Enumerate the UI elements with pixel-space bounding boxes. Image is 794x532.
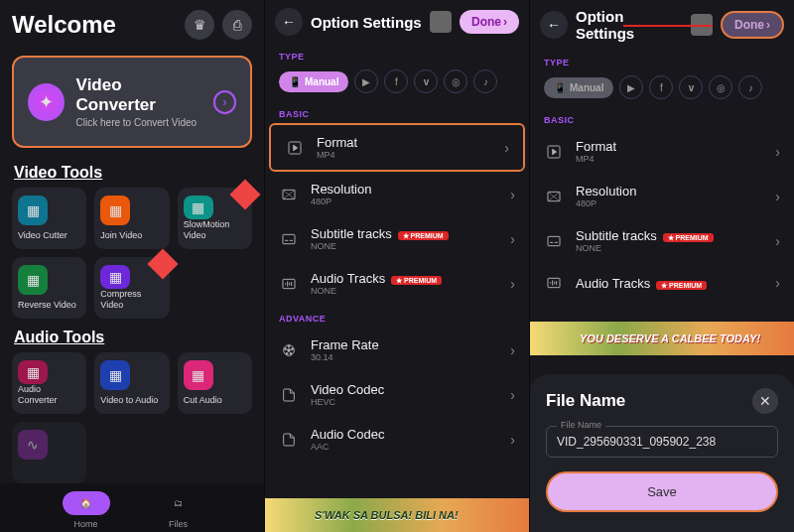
setting-resolution[interactable]: Resolution480P› (530, 174, 794, 218)
setting-icon (279, 430, 299, 450)
video-tools-heading: Video Tools (0, 154, 264, 188)
setting-icon (279, 274, 299, 294)
svg-point-9 (288, 345, 290, 347)
done-button[interactable]: Done› (721, 11, 784, 39)
tool-cut-audio[interactable]: ▦Cut Audio (178, 352, 252, 414)
tool-reverse-video[interactable]: ▦Reverse Video (12, 257, 86, 319)
tiktok-icon[interactable]: ♪ (473, 69, 497, 93)
setting-audio-tracks[interactable]: Audio Tracks★ PREMIUMNONE› (265, 261, 529, 306)
manual-pill[interactable]: 📱 Manual (279, 71, 348, 92)
instagram-icon[interactable]: ◎ (444, 69, 467, 93)
phone-icon[interactable]: ⎙ (222, 10, 252, 40)
tool-icon: ▦ (100, 196, 130, 225)
setting-subtitle-tracks[interactable]: Subtitle tracks★ PREMIUMNONE› (265, 216, 529, 261)
nav-home[interactable]: 🏠 Home (63, 491, 110, 529)
setting-icon (544, 187, 564, 206)
video-thumbnail[interactable] (430, 11, 452, 33)
setting-icon (279, 185, 299, 204)
svg-point-8 (288, 348, 291, 351)
tool-icon: ▦ (184, 196, 213, 219)
ad-banner[interactable]: REMOVE AD S'WAK SA BULSA! BILI NA! (265, 498, 529, 532)
tool-icon: ▦ (100, 360, 130, 390)
svg-point-13 (285, 347, 287, 349)
tool-icon: ▦ (184, 360, 213, 390)
svg-marker-1 (294, 145, 298, 150)
chevron-right-icon: › (504, 140, 509, 156)
type-label: TYPE (530, 50, 794, 71)
tool-join-video[interactable]: ▦Join Video (94, 188, 169, 249)
setting-format[interactable]: FormatMP4› (269, 123, 525, 172)
chevron-right-icon: › (510, 231, 515, 247)
svg-rect-20 (548, 278, 560, 287)
svg-rect-6 (283, 279, 295, 288)
back-button[interactable]: ← (540, 11, 568, 39)
hero-title: Video Converter (76, 75, 201, 115)
setting-resolution[interactable]: Resolution480P› (265, 172, 529, 216)
page-title: Option Settings (576, 8, 683, 42)
manual-pill[interactable]: 📱 Manual (544, 77, 613, 98)
done-button[interactable]: Done› (460, 10, 519, 34)
vimeo-icon[interactable]: v (414, 69, 438, 93)
setting-icon (544, 273, 564, 293)
tool-video-to-audio[interactable]: ▦Video to Audio (94, 352, 169, 414)
setting-icon (279, 340, 299, 360)
back-button[interactable]: ← (275, 8, 303, 36)
crown-icon[interactable]: ♛ (185, 10, 214, 40)
setting-audio-codec[interactable]: Audio CodecAAC› (265, 417, 529, 462)
tool-audio-converter[interactable]: ▦Audio Converter (12, 352, 86, 414)
facebook-icon[interactable]: f (649, 75, 673, 99)
welcome-title: Welcome (12, 11, 177, 39)
nav-files[interactable]: 🗂 Files (155, 491, 202, 529)
setting-icon (544, 231, 564, 251)
chevron-right-icon: › (775, 275, 780, 291)
chevron-right-icon: › (775, 189, 780, 204)
setting-format[interactable]: FormatMP4› (530, 129, 794, 174)
setting-icon (544, 142, 564, 162)
setting-video-codec[interactable]: Video CodecHEVC› (265, 372, 529, 417)
svg-point-11 (290, 352, 292, 354)
instagram-icon[interactable]: ◎ (709, 75, 732, 99)
setting-frame-rate[interactable]: Frame Rate30.14› (265, 328, 529, 372)
youtube-icon[interactable]: ▶ (354, 69, 378, 93)
tool-slowmotion-video[interactable]: ▦SlowMotion Video (178, 188, 252, 249)
basic-label: BASIC (530, 107, 794, 129)
tool-icon: ▦ (18, 360, 48, 384)
chevron-right-icon: › (510, 342, 515, 358)
tiktok-icon[interactable]: ♪ (738, 75, 762, 99)
advance-label: ADVANCE (265, 306, 529, 328)
chevron-right-icon: › (510, 187, 515, 202)
setting-icon (279, 229, 299, 249)
facebook-icon[interactable]: f (384, 69, 408, 93)
basic-label: BASIC (265, 101, 529, 123)
setting-icon (285, 138, 305, 158)
setting-audio-tracks[interactable]: Audio Tracks★ PREMIUM› (530, 263, 794, 303)
tool-icon: ▦ (18, 196, 48, 225)
tool-video-cutter[interactable]: ▦Video Cutter (12, 188, 86, 249)
svg-rect-3 (283, 234, 295, 243)
filename-field[interactable]: File Name VID_295690331_095902_238 (546, 426, 778, 458)
page-title: Option Settings (311, 14, 422, 31)
youtube-icon[interactable]: ▶ (619, 75, 643, 99)
tool-compress-video[interactable]: ▦Compress Video (94, 257, 169, 319)
hero-subtitle: Click here to Convert Video (76, 117, 201, 128)
video-converter-hero[interactable]: ✦ Video Converter Click here to Convert … (12, 56, 252, 148)
file-name-modal: File Name ✕ File Name VID_295690331_0959… (530, 374, 794, 532)
chevron-right-icon: › (510, 432, 515, 448)
chevron-right-icon: › (775, 233, 780, 249)
chevron-right-icon: › (510, 276, 515, 292)
chevron-right-icon: › (510, 387, 515, 403)
setting-subtitle-tracks[interactable]: Subtitle tracks★ PREMIUMNONE› (530, 218, 794, 263)
type-label: TYPE (265, 44, 529, 66)
modal-title: File Name (546, 391, 625, 411)
vimeo-icon[interactable]: v (679, 75, 703, 99)
files-icon: 🗂 (155, 491, 202, 515)
svg-marker-15 (553, 149, 557, 154)
tool-more[interactable]: ∿ (12, 422, 86, 483)
chevron-right-icon: › (213, 90, 236, 114)
home-icon: 🏠 (63, 491, 110, 515)
ad-banner[interactable]: REMOVE AD YOU DESERVE A CALBEE TODAY! (530, 322, 794, 355)
save-button[interactable]: Save (546, 471, 778, 512)
close-icon[interactable]: ✕ (752, 388, 778, 414)
chevron-right-icon: › (775, 144, 780, 160)
tool-icon: ▦ (18, 265, 48, 295)
